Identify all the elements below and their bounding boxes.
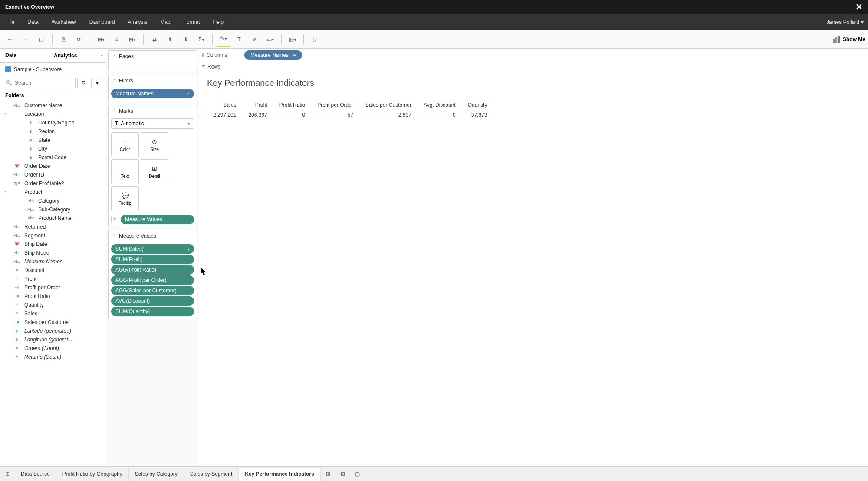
columns-pill-measure-names[interactable]: Measure Names≡ <box>244 50 302 60</box>
datasource-icon <box>5 66 11 72</box>
field-quantity[interactable]: #Quantity <box>0 301 106 309</box>
marks-size-button[interactable]: ⊙Size <box>141 132 168 157</box>
field-longitude-generat-[interactable]: ⊕Longitude (generat... <box>0 335 106 344</box>
tab-data[interactable]: Data <box>0 49 49 62</box>
new-worksheet-icon[interactable]: ⊞▾ <box>94 32 108 47</box>
field-discount[interactable]: #Discount <box>0 266 106 275</box>
mv-pill-0[interactable]: SUM(Sales)▾ <box>111 244 194 254</box>
presentation-icon[interactable]: ▷ <box>307 32 322 47</box>
filters-shelf[interactable]: ⌃Filters Measure Names≡ <box>108 75 197 101</box>
show-me-button[interactable]: Show Me <box>832 36 865 43</box>
marks-tooltip-button[interactable]: 💬Tooltip <box>111 186 139 211</box>
field-profit[interactable]: #Profit <box>0 275 106 283</box>
new-datasource-icon[interactable]: ⎘ <box>56 32 71 47</box>
field-returned[interactable]: AbcReturned <box>0 223 106 231</box>
mv-pill-4[interactable]: AGG(Sales per Customer) <box>111 286 194 295</box>
sheet-tab-3[interactable]: Key Performance Indicators <box>239 468 320 481</box>
dashboard-icon[interactable]: ▦▾ <box>285 32 300 47</box>
field-sub-category[interactable]: AbcSub-Category <box>0 205 106 214</box>
sheet-tab-2[interactable]: Sales by Segment <box>184 468 239 481</box>
menu-dashboard[interactable]: Dashboard <box>88 16 117 28</box>
field-sales[interactable]: #Sales <box>0 309 106 318</box>
marks-color-button[interactable]: ⁘Color <box>111 132 139 157</box>
back-icon[interactable]: ← <box>3 32 17 47</box>
labels-icon[interactable]: T <box>232 32 247 47</box>
field-region[interactable]: ⊕Region <box>0 127 106 136</box>
field-category[interactable]: AbcCategory <box>0 196 106 205</box>
menu-worksheet[interactable]: Worksheet <box>50 16 78 28</box>
format-icon[interactable]: ✐ <box>247 32 262 47</box>
field-sales-per-customer[interactable]: =#Sales per Customer <box>0 318 106 327</box>
svg-rect-1 <box>835 37 837 43</box>
duplicate-icon[interactable]: ⧉ <box>109 32 124 47</box>
sort-desc-icon[interactable]: ⬇ <box>178 32 193 47</box>
mark-type-select[interactable]: T Automatic ▾ <box>111 118 194 129</box>
field-latitude-generated-[interactable]: ⊕Latitude (generated) <box>0 327 106 335</box>
datasource-tab-icon[interactable]: ⊞ <box>0 471 15 477</box>
pages-shelf[interactable]: ⌃Pages <box>108 50 197 71</box>
marks-detail-button[interactable]: ⊞Detail <box>141 159 168 184</box>
close-icon[interactable]: ✕ <box>855 2 863 12</box>
field-segment[interactable]: AbcSegment <box>0 231 106 240</box>
clear-icon[interactable]: ⊟▾ <box>125 32 140 47</box>
tab-data-source[interactable]: Data Source <box>15 468 56 481</box>
field-order-date[interactable]: 📅Order Date <box>0 162 106 170</box>
sort-asc-icon[interactable]: ⬆ <box>163 32 178 47</box>
field-country-region[interactable]: ⊕Country/Region <box>0 118 106 127</box>
menu-map[interactable]: Map <box>158 16 172 28</box>
highlight-icon[interactable]: ✎▾ <box>216 32 231 47</box>
sheet-tab-1[interactable]: Sales by Category <box>129 468 184 481</box>
swap-icon[interactable]: ⇄ <box>147 32 162 47</box>
forward-icon[interactable]: → <box>18 32 33 47</box>
field-order-profitable-[interactable]: T|FOrder Profitable? <box>0 179 106 188</box>
user-menu[interactable]: James Pollard ▾ <box>826 19 864 25</box>
detail-icon: ⊞ <box>152 165 157 172</box>
field-measure-names[interactable]: AbcMeasure Names <box>0 257 106 266</box>
new-dashboard-icon[interactable]: ⊞ <box>335 471 350 477</box>
field-menu-icon[interactable]: ▾ <box>91 78 103 88</box>
new-sheet-icon[interactable]: ⊞ <box>321 471 335 477</box>
field-order-id[interactable]: AbcOrder ID <box>0 170 106 179</box>
field-customer-name[interactable]: AbcCustomer Name <box>0 101 106 110</box>
filter-fields-icon[interactable]: ▽ <box>77 78 89 88</box>
field-postal-code[interactable]: ⊕Postal Code <box>0 153 106 162</box>
sheet-tab-0[interactable]: Profit Ratio by Geography <box>56 468 129 481</box>
measure-values-shelf: ⌃Measure Values SUM(Sales)▾SUM(Profit)AG… <box>108 230 197 319</box>
field-orders-count-[interactable]: #Orders (Count) <box>0 344 106 353</box>
columns-shelf[interactable]: ⦀Columns Measure Names≡ <box>199 49 868 62</box>
field-returns-count-[interactable]: #Returns (Count) <box>0 353 106 361</box>
field-city[interactable]: ⊕City <box>0 144 106 153</box>
pill-measure-values[interactable]: Measure Values <box>121 215 194 224</box>
rows-shelf[interactable]: ≡Rows <box>199 62 868 72</box>
tab-analytics[interactable]: Analytics <box>49 49 97 62</box>
new-story-icon[interactable]: ▢ <box>350 471 365 477</box>
mv-pill-6[interactable]: SUM(Quantity) <box>111 307 194 316</box>
field-profit-ratio[interactable]: =#Profit Ratio <box>0 292 106 301</box>
collapse-icon[interactable]: ‹ <box>97 52 106 59</box>
totals-icon[interactable]: Σ▾ <box>194 32 209 47</box>
field-product-name[interactable]: AbcProduct Name <box>0 214 106 223</box>
field-ship-date[interactable]: 📅Ship Date <box>0 240 106 249</box>
viz-title[interactable]: Key Performance Indicators <box>199 72 868 92</box>
field-state[interactable]: ⊕State <box>0 136 106 144</box>
menu-analysis[interactable]: Analysis <box>126 16 149 28</box>
mv-pill-3[interactable]: AGG(Profit per Order) <box>111 275 194 285</box>
mv-pill-5[interactable]: AVG(Discount) <box>111 296 194 306</box>
fit-icon[interactable]: ▭▾ <box>263 32 278 47</box>
field-profit-per-order[interactable]: =#Profit per Order <box>0 283 106 292</box>
mv-pill-2[interactable]: AGG(Profit Ratio) <box>111 265 194 275</box>
data-source-item[interactable]: Sample - Superstore <box>0 63 106 76</box>
filter-pill-measure-names[interactable]: Measure Names≡ <box>111 89 194 98</box>
menu-help[interactable]: Help <box>211 16 226 28</box>
menu-file[interactable]: File <box>4 16 16 28</box>
field-product[interactable]: vProduct <box>0 188 106 196</box>
field-ship-mode[interactable]: AbcShip Mode <box>0 249 106 257</box>
marks-text-button[interactable]: TText <box>111 159 139 184</box>
search-input[interactable]: 🔍 <box>3 78 76 88</box>
mv-pill-1[interactable]: SUM(Profit) <box>111 255 194 264</box>
refresh-icon[interactable]: ⟳ <box>72 32 86 47</box>
save-icon[interactable]: ▢ <box>34 32 49 47</box>
menu-format[interactable]: Format <box>182 16 202 28</box>
field-location[interactable]: vLocation <box>0 110 106 118</box>
menu-data[interactable]: Data <box>26 16 40 28</box>
